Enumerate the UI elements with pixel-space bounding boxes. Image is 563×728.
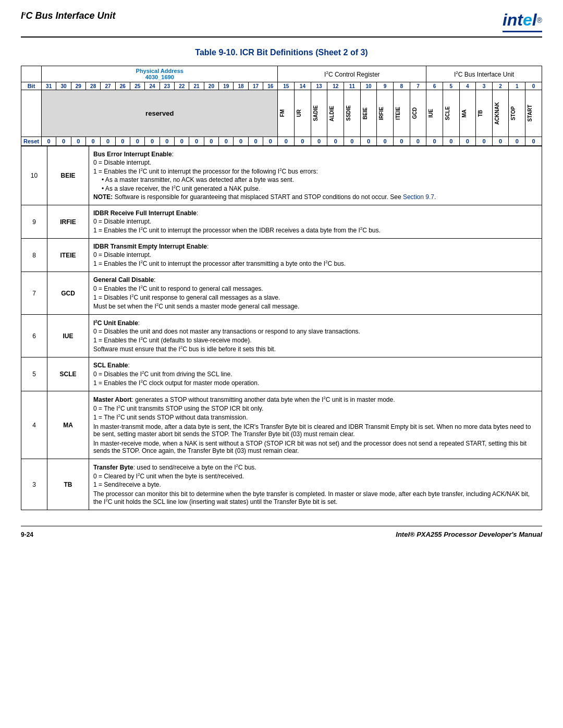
field-name-irfie: IRFIE bbox=[47, 205, 89, 239]
intel-logo: intel® bbox=[503, 10, 542, 32]
table-row: 9 IRFIE IDBR Receive Full Interrupt Enab… bbox=[21, 205, 542, 239]
i2c-bus-unit-label: I2C Bus Interface Unit bbox=[454, 71, 514, 78]
field-name-scle: SCLE bbox=[47, 357, 89, 391]
bit-label-cell bbox=[21, 66, 42, 82]
field-name-tb: TB bbox=[47, 459, 89, 510]
page-wrapper: I2C Bus Interface Unit intel® Table 9-10… bbox=[21, 10, 542, 538]
bit-descriptions-table: 10 BEIE Bus Error Interrupt Enable: 0 = … bbox=[21, 146, 542, 510]
field-desc-tb: Transfer Byte: used to send/receive a by… bbox=[89, 459, 542, 510]
field-name-iue: IUE bbox=[47, 315, 89, 357]
bit-number-10: 10 bbox=[21, 146, 47, 205]
section-link-9-7[interactable]: Section 9.7 bbox=[403, 193, 434, 201]
field-desc-gcd: General Call Disable: 0 = Enables the I2… bbox=[89, 272, 542, 315]
reserved-headers-row: reserved FM UR SADIE ALDIE SSDIE BEIE IR… bbox=[21, 90, 542, 137]
i2c-bus-unit-cell: I2C Bus Interface Unit bbox=[426, 66, 542, 82]
bit-number-8: 8 bbox=[21, 239, 47, 272]
i2c-control-label: I2C Control Register bbox=[324, 71, 380, 78]
bit-number-6: 6 bbox=[21, 315, 47, 357]
bit-number-4: 4 bbox=[21, 391, 47, 459]
field-desc-scle: SCL Enable: 0 = Disables the I2C unit fr… bbox=[89, 357, 542, 391]
table-row: 3 TB Transfer Byte: used to send/receive… bbox=[21, 459, 542, 510]
physical-address-cell: Physical Address 4030_1690 bbox=[41, 66, 278, 82]
field-name-iteie: ITEIE bbox=[47, 239, 89, 272]
table-row: 6 IUE I2C Unit Enable: 0 = Disables the … bbox=[21, 315, 542, 357]
field-desc-iteie: IDBR Transmit Empty Interrupt Enable: 0 … bbox=[89, 239, 542, 272]
page-number: 9-24 bbox=[21, 531, 33, 538]
reset-row: Reset 0 0 0 0 0 0 0 0 0 0 0 0 0 0 0 0 0 … bbox=[21, 137, 542, 146]
table-row: 7 GCD General Call Disable: 0 = Enables … bbox=[21, 272, 542, 315]
physical-address-label: Physical Address 4030_1690 bbox=[43, 68, 276, 80]
bit-number-3: 3 bbox=[21, 459, 47, 510]
bit-number-7: 7 bbox=[21, 272, 47, 315]
bit-numbers-row: Bit 31 30 29 28 27 26 25 24 23 22 21 20 … bbox=[21, 82, 542, 90]
reserved-cell: reserved bbox=[41, 90, 278, 137]
table-row: 8 ITEIE IDBR Transmit Empty Interrupt En… bbox=[21, 239, 542, 272]
table-row: 10 BEIE Bus Error Interrupt Enable: 0 = … bbox=[21, 146, 542, 205]
field-desc-beie: Bus Error Interrupt Enable: 0 = Disable … bbox=[89, 146, 542, 205]
register-header-table: Physical Address 4030_1690 I2C Control R… bbox=[21, 66, 542, 146]
table-row: 5 SCLE SCL Enable: 0 = Disables the I2C … bbox=[21, 357, 542, 391]
bit-number-9: 9 bbox=[21, 205, 47, 239]
field-desc-irfie: IDBR Receive Full Interrupt Enable: 0 = … bbox=[89, 205, 542, 239]
bit-number-5: 5 bbox=[21, 357, 47, 391]
page-footer: 9-24 Intel® PXA255 Processor Developer's… bbox=[21, 526, 542, 538]
field-name-beie: BEIE bbox=[47, 146, 89, 205]
field-name-gcd: GCD bbox=[47, 272, 89, 315]
page-header: I2C Bus Interface Unit intel® bbox=[21, 10, 542, 38]
page-title: I2C Bus Interface Unit bbox=[21, 10, 116, 21]
i2c-control-cell: I2C Control Register bbox=[278, 66, 426, 82]
label-row: Physical Address 4030_1690 I2C Control R… bbox=[21, 66, 542, 82]
table-row: 4 MA Master Abort: generates a STOP with… bbox=[21, 391, 542, 459]
field-name-ma: MA bbox=[47, 391, 89, 459]
table-title: Table 9-10. ICR Bit Definitions (Sheet 2… bbox=[21, 48, 542, 57]
field-desc-ma: Master Abort: generates a STOP without t… bbox=[89, 391, 542, 459]
manual-title: Intel® PXA255 Processor Developer's Manu… bbox=[396, 530, 542, 538]
reset-label: Reset bbox=[21, 137, 42, 146]
bit-label: Bit bbox=[21, 82, 42, 90]
field-desc-iue: I2C Unit Enable: 0 = Disables the unit a… bbox=[89, 315, 542, 357]
